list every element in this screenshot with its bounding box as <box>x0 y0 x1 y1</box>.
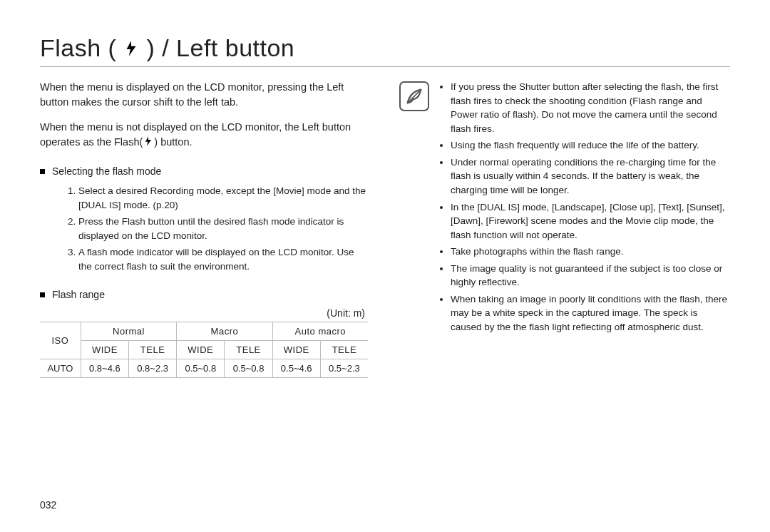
title-pre: Flash ( <box>40 34 116 62</box>
bullet-square-icon <box>40 292 45 297</box>
note-item: Using the flash frequently will reduce t… <box>451 138 730 153</box>
table-row: AUTO 0.8~4.6 0.8~2.3 0.5~0.8 0.5~0.8 0.5… <box>40 359 368 378</box>
note-item: Under normal operating conditions the re… <box>451 155 730 198</box>
note-item: In the [DUAL IS] mode, [Landscape], [Clo… <box>451 200 730 242</box>
note-icon <box>399 81 429 111</box>
note-item: If you press the Shutter button after se… <box>451 80 730 135</box>
th-sub: WIDE <box>272 341 320 359</box>
cell: 0.8~4.6 <box>81 359 128 378</box>
step-item: Select a desired Recording mode, except … <box>78 184 368 212</box>
intro-para-2: When the menu is not displayed on the LC… <box>40 120 368 150</box>
th-group: Normal <box>81 322 176 341</box>
page-title: Flash ( ) / Left button <box>40 34 730 67</box>
th-iso: ISO <box>40 322 81 359</box>
step-item: Press the Flash button until the desired… <box>78 215 368 242</box>
flash-icon <box>120 38 142 59</box>
para2-post: ) button. <box>154 136 192 148</box>
section-selecting-flash: Selecting the flash mode <box>40 165 368 177</box>
section-1-label: Selecting the flash mode <box>52 165 161 177</box>
th-sub: WIDE <box>81 341 128 359</box>
note-item: The image quality is not guaranteed if t… <box>451 262 730 290</box>
para2-pre: When the menu is not displayed on the LC… <box>40 121 351 148</box>
intro-para-1: When the menu is displayed on the LCD mo… <box>40 80 368 110</box>
th-sub: WIDE <box>177 341 225 359</box>
right-column: If you press the Shutter button after se… <box>399 80 730 378</box>
unit-label: (Unit: m) <box>40 307 365 319</box>
note-item: When taking an image in poorly lit condi… <box>451 292 730 334</box>
flash-icon <box>143 135 154 147</box>
cell: 0.5~4.6 <box>272 359 320 378</box>
cell-iso: AUTO <box>40 359 81 378</box>
page-number: 032 <box>40 499 56 511</box>
section-flash-range: Flash range <box>40 289 368 300</box>
cell: 0.8~2.3 <box>129 359 177 378</box>
th-sub: TELE <box>320 341 368 359</box>
th-sub: TELE <box>225 341 272 359</box>
cell: 0.5~0.8 <box>177 359 225 378</box>
title-post: ) / Left button <box>146 34 294 62</box>
bullet-square-icon <box>40 169 45 174</box>
content-columns: When the menu is displayed on the LCD mo… <box>40 80 730 378</box>
left-column: When the menu is displayed on the LCD mo… <box>40 80 368 378</box>
flash-range-table: ISO Normal Macro Auto macro WIDE TELE WI… <box>40 322 368 378</box>
section-2-label: Flash range <box>52 289 105 300</box>
step-item: A flash mode indicator will be displayed… <box>78 245 368 273</box>
th-group: Auto macro <box>272 322 368 341</box>
cell: 0.5~2.3 <box>320 359 368 378</box>
th-group: Macro <box>177 322 272 341</box>
th-sub: TELE <box>129 341 177 359</box>
note-item: Take photographs within the flash range. <box>451 245 730 259</box>
cell: 0.5~0.8 <box>225 359 272 378</box>
steps-list: Select a desired Recording mode, except … <box>40 184 368 273</box>
notes-list: If you press the Shutter button after se… <box>438 80 730 378</box>
